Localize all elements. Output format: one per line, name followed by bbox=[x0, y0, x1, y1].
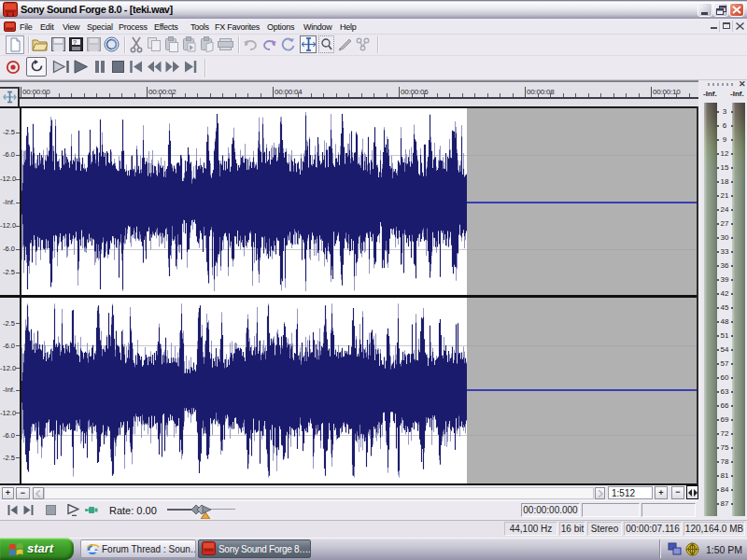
svg-text:?: ? bbox=[73, 39, 77, 46]
